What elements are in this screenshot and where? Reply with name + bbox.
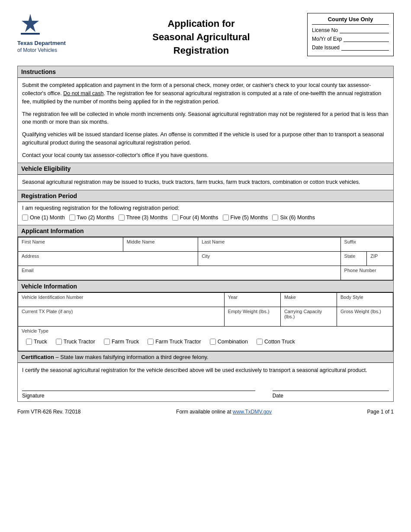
signature-line (22, 391, 255, 391)
checkbox-three-months[interactable]: Three (3) Months (119, 215, 168, 221)
make-cell: Make (280, 293, 337, 307)
page-title-area: Application for Seasonal Agricultural Re… (95, 13, 307, 57)
logo-text: Texas Department of Motor Vehicles (17, 40, 95, 54)
body-style-label: Body Style (340, 295, 389, 300)
two-months-label: Two (2) Months (77, 215, 114, 221)
checkbox-farm-truck[interactable]: Farm Truck (104, 339, 139, 345)
vehicle-type-cell: Vehicle Type Truck Truck Tractor Farm (18, 327, 393, 351)
middle-name-cell: Middle Name (123, 237, 198, 252)
checkbox-truck[interactable]: Truck (26, 339, 47, 345)
checkbox-cotton-truck[interactable]: Cotton Truck (257, 339, 295, 345)
applicant-info-header: Applicant Information (18, 225, 393, 237)
city-label: City (202, 253, 337, 259)
vehicle-eligibility-content: Seasonal agricultural registration may b… (18, 175, 393, 190)
instructions-content: Submit the completed application and pay… (18, 78, 393, 163)
vin-label: Vehicle Identification Number (22, 295, 221, 300)
checkbox-five-months-input[interactable] (223, 215, 229, 221)
certification-header: Certification – State law makes falsifyi… (18, 352, 393, 363)
checkbox-combination-input[interactable] (210, 339, 216, 345)
checkbox-four-months-input[interactable] (172, 215, 178, 221)
form-number: Form VTR-626 Rev. 7/2018 (17, 409, 81, 415)
cotton-truck-label: Cotton Truck (264, 339, 295, 345)
combination-label: Combination (218, 339, 248, 345)
current-plate-cell: Current TX Plate (if any) (18, 307, 225, 327)
email-cell: Email (18, 266, 341, 280)
carrying-capacity-label: Carrying Capacity (lbs.) (284, 309, 333, 319)
page-number: Page 1 of 1 (367, 409, 394, 415)
vehicle-eligibility-text: Seasonal agricultural registration may b… (22, 178, 389, 186)
checkbox-combination[interactable]: Combination (210, 339, 248, 345)
main-form: Instructions Submit the completed applic… (17, 66, 394, 402)
instructions-section: Instructions Submit the completed applic… (18, 66, 393, 163)
date-issued-row: Date Issued (312, 45, 389, 51)
vin-cell: Vehicle Identification Number (18, 293, 225, 307)
instructions-para1: Submit the completed application and pay… (22, 81, 389, 106)
suffix-label: Suffix (344, 239, 389, 244)
license-no-label: License No (312, 27, 338, 33)
farm-truck-label: Farm Truck (112, 339, 139, 345)
truck-label: Truck (34, 339, 47, 345)
checkbox-one-month-input[interactable] (22, 215, 28, 221)
checkbox-truck-input[interactable] (26, 339, 32, 345)
checkbox-farm-truck-tractor[interactable]: Farm Truck Tractor (148, 339, 201, 345)
txdmv-link[interactable]: www.TxDMV.gov (233, 409, 272, 415)
instructions-para2: The registration fee will be collected i… (22, 110, 389, 127)
vehicle-type-label: Vehicle Type (22, 328, 389, 333)
vehicle-type-checkboxes: Truck Truck Tractor Farm Truck Farm (22, 335, 389, 349)
signature-lines (22, 391, 389, 391)
checkbox-two-months-input[interactable] (69, 215, 75, 221)
checkbox-three-months-input[interactable] (119, 215, 125, 221)
email-label: Email (22, 268, 337, 273)
checkbox-six-months-input[interactable] (272, 215, 278, 221)
farm-truck-tractor-label: Farm Truck Tractor (155, 339, 201, 345)
five-months-label: Five (5) Months (231, 215, 268, 221)
name-row: First Name Middle Name Last Name Suffix (18, 237, 393, 252)
checkbox-truck-tractor-input[interactable] (56, 339, 62, 345)
phone-cell: Phone Number (340, 266, 393, 280)
vin-row: Vehicle Identification Number Year Make … (18, 293, 393, 307)
svg-rect-1 (21, 33, 40, 35)
state-zip-table: State ZIP (341, 252, 393, 266)
checkbox-four-months[interactable]: Four (4) Months (172, 215, 218, 221)
applicant-info-table: First Name Middle Name Last Name Suffix … (18, 237, 393, 280)
checkbox-cotton-truck-input[interactable] (257, 339, 263, 345)
date-issued-label: Date Issued (312, 45, 340, 51)
body-style-cell: Body Style (337, 293, 393, 307)
checkbox-five-months[interactable]: Five (5) Months (223, 215, 268, 221)
state-cell: State (341, 252, 367, 266)
reg-period-intro: I am requesting registration for the fol… (18, 202, 393, 212)
checkbox-one-month[interactable]: One (1) Month (22, 215, 65, 221)
registration-period-options: One (1) Month Two (2) Months Three (3) M… (18, 212, 393, 225)
txdmv-logo-icon (17, 13, 43, 37)
registration-period-section: Registration Period I am requesting regi… (18, 190, 393, 225)
plate-row: Current TX Plate (if any) Empty Weight (… (18, 307, 393, 327)
checkbox-farm-truck-tractor-input[interactable] (148, 339, 154, 345)
email-row: Email Phone Number (18, 266, 393, 280)
date-label: Date (273, 393, 389, 399)
logo-area: Texas Department of Motor Vehicles (17, 13, 95, 54)
three-months-label: Three (3) Months (126, 215, 168, 221)
gross-weight-label: Gross Weight (lbs.) (340, 309, 389, 314)
checkbox-six-months[interactable]: Six (6) Months (272, 215, 315, 221)
checkbox-farm-truck-input[interactable] (104, 339, 110, 345)
last-name-cell: Last Name (198, 237, 340, 252)
moyr-row: Mo/Yr of Exp (312, 36, 389, 42)
moyr-label: Mo/Yr of Exp (312, 36, 342, 42)
moyr-line (344, 36, 389, 42)
last-name-label: Last Name (202, 239, 337, 244)
year-label: Year (228, 295, 277, 300)
address-row: Address City State ZIP (18, 252, 393, 266)
empty-weight-label: Empty Weight (lbs.) (228, 309, 277, 314)
gross-weight-cell: Gross Weight (lbs.) (337, 307, 393, 327)
date-line (273, 391, 389, 391)
city-cell: City (198, 252, 340, 266)
license-no-row: License No (312, 27, 389, 33)
certification-body: I certify the seasonal agricultural regi… (18, 363, 393, 401)
four-months-label: Four (4) Months (180, 215, 218, 221)
address-label: Address (22, 253, 194, 259)
checkbox-two-months[interactable]: Two (2) Months (69, 215, 114, 221)
checkbox-truck-tractor[interactable]: Truck Tractor (56, 339, 95, 345)
certification-paragraph: I certify the seasonal agricultural regi… (22, 367, 389, 373)
phone-label: Phone Number (344, 268, 389, 273)
first-name-cell: First Name (18, 237, 123, 252)
